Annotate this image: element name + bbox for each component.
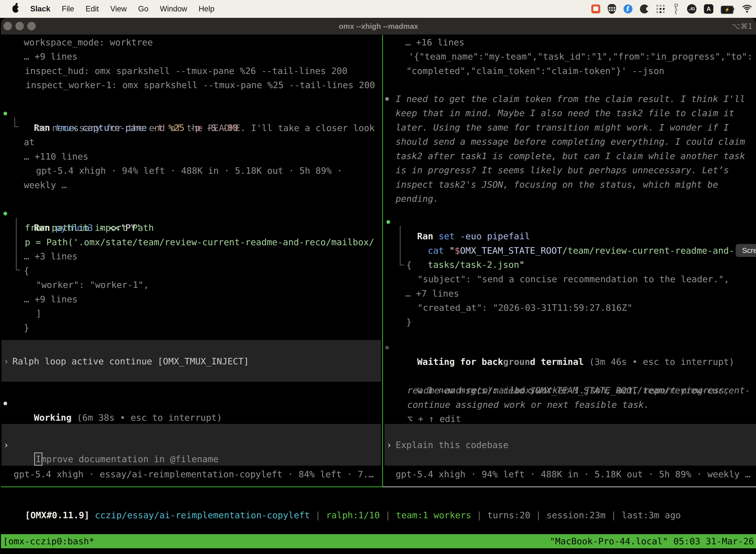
terminal-line: at xyxy=(24,135,35,149)
terminal-line: '{"team_name":"my-team","task_id":"1","f… xyxy=(408,49,753,63)
minimize-button[interactable] xyxy=(15,22,24,30)
output-connector xyxy=(16,218,20,270)
thinking-line: is in progress? It seems likely but perh… xyxy=(396,163,729,177)
terminal-line: … +3 lines xyxy=(24,249,78,263)
model-status-line-right: gpt-5.4 xhigh · 94% left · 488K in · 5.1… xyxy=(396,467,750,481)
mailbox-note-line: readme-and-reco/mailbox/worker-1.json, a… xyxy=(407,383,730,397)
menu-item-window[interactable]: Window xyxy=(160,4,187,13)
thinking-line: I need to get the claim token from the c… xyxy=(396,92,745,106)
tmux-host-clock: "MacBook-Pro-44.local" 05:03 31-Mar-26 xyxy=(550,534,754,548)
terminal-line: … +9 lines xyxy=(24,49,78,63)
terminal-line: "completed","claim_token":"claim-token"}… xyxy=(406,64,664,78)
chat-bubble-icon[interactable] xyxy=(591,4,600,13)
menu-item-help[interactable]: Help xyxy=(199,4,214,13)
prompt-placeholder-right[interactable]: Explain this codebase xyxy=(396,438,508,452)
output-connector xyxy=(400,226,404,265)
terminal-line: ] xyxy=(36,306,42,321)
tmux-session-label: [omx-cczip0:bash* xyxy=(3,534,94,548)
terminal-line: "subject": "send a concise recommendatio… xyxy=(418,272,729,286)
count-badge-icon[interactable]: ..61 xyxy=(687,4,696,14)
chevron-icon: › xyxy=(3,354,9,368)
thinking-line: pending. xyxy=(396,191,439,206)
run-bullet xyxy=(3,112,7,115)
apple-menu-icon[interactable] xyxy=(12,5,19,13)
run-bullet xyxy=(3,212,7,215)
terminal-line: } xyxy=(24,321,29,335)
terminal-line: gpt-5.4 xhigh · 94% left · 488K in · 5.1… xyxy=(36,164,342,178)
terminal-line: p = Path('.omx/state/team/review-current… xyxy=(25,235,374,249)
input-source-icon[interactable]: A xyxy=(704,4,713,14)
dots-grid-icon[interactable] xyxy=(656,5,665,13)
terminal-line: "worker": "worker-1", xyxy=(36,278,149,292)
battery-icon[interactable]: ⚡ xyxy=(721,6,734,12)
zoom-button[interactable] xyxy=(27,22,36,30)
text-cursor: I xyxy=(36,454,41,464)
mailbox-note-line: continue assigned work or next feasible … xyxy=(407,398,649,412)
thinking-bullet xyxy=(385,97,389,101)
terminal-line: inspect_hud: omx sparkshell --tmux-pane … xyxy=(25,64,347,78)
terminal-line: weekly … xyxy=(24,178,67,192)
thinking-line: keep that in mind. Maybe I also need the… xyxy=(396,106,734,120)
terminal-line: } xyxy=(406,315,412,329)
waiting-bullet xyxy=(385,346,389,349)
prompt-chevron-icon: › xyxy=(3,438,9,452)
screen-tooltip: Scre xyxy=(736,244,756,257)
thinking-line: should send a message before completing … xyxy=(396,134,745,149)
menu-item-edit[interactable]: Edit xyxy=(85,4,99,13)
pane-divider[interactable] xyxy=(382,35,383,487)
terminal-line: from pathlib import Path xyxy=(25,221,154,235)
terminal-line: be necessary for the end of the README. … xyxy=(36,121,375,135)
omx-status-line: [OMX#0.11.9] cczip/essay/ai-reimplementa… xyxy=(3,494,681,536)
menu-app-name[interactable]: Slack xyxy=(30,4,50,13)
terminal-line: { xyxy=(406,258,412,272)
close-button[interactable] xyxy=(3,22,12,30)
thinking-line: later. Using the same for transition mig… xyxy=(396,120,729,134)
left-pane-border xyxy=(1,487,382,487)
run-bullet xyxy=(386,220,390,224)
screen: Slack File Edit View Go Window Help ..61 xyxy=(0,0,756,554)
menu-item-file[interactable]: File xyxy=(62,4,74,13)
window-shortcut-hint: ⌥⌘1 xyxy=(732,22,753,31)
ralph-banner-text: Ralph loop active continue [OMX_TMUX_INJ… xyxy=(12,354,249,368)
window-title: omx --xhigh --madmax xyxy=(339,22,418,31)
right-pane-border xyxy=(383,487,756,487)
thinking-line: task2 after task1 is complete, but can I… xyxy=(396,149,745,163)
menu-bar: Slack File Edit View Go Window Help ..61 xyxy=(0,0,756,18)
terminal-line: { xyxy=(24,264,29,278)
terminal-line: inspect_worker-1: omx sparkshell --tmux-… xyxy=(25,78,375,92)
figure-icon[interactable] xyxy=(672,3,680,14)
terminal-line: … +9 lines xyxy=(24,292,78,306)
terminal-line: … +7 lines xyxy=(405,286,459,300)
menu-item-view[interactable]: View xyxy=(110,4,127,13)
window-titlebar[interactable]: omx --xhigh --madmax xyxy=(1,18,756,35)
output-connector xyxy=(14,117,19,127)
model-status-line-left: gpt-5.4 xhigh · essay/ai-reimplementatio… xyxy=(14,467,374,481)
terminal-line: workspace_mode: worktree xyxy=(24,35,153,49)
tmux-status-bar: [omx-cczip0:bash* "MacBook-Pro-44.local"… xyxy=(1,534,756,548)
shield-grid-icon[interactable] xyxy=(608,4,616,14)
prompt-chevron-icon: › xyxy=(386,438,392,452)
terminal-line: "created_at": "2026-03-31T11:59:27.816Z" xyxy=(418,300,632,315)
thinking-line: inspect task2's JSON, focusing on the st… xyxy=(396,177,718,191)
pie-circle-icon[interactable] xyxy=(640,4,649,13)
terminal-line: … +110 lines xyxy=(24,150,88,164)
menu-item-go[interactable]: Go xyxy=(138,4,148,13)
wifi-icon[interactable] xyxy=(742,5,753,13)
terminal-line: … +16 lines xyxy=(405,35,464,49)
bolt-badge-icon[interactable] xyxy=(624,4,632,13)
working-bullet xyxy=(3,402,7,405)
